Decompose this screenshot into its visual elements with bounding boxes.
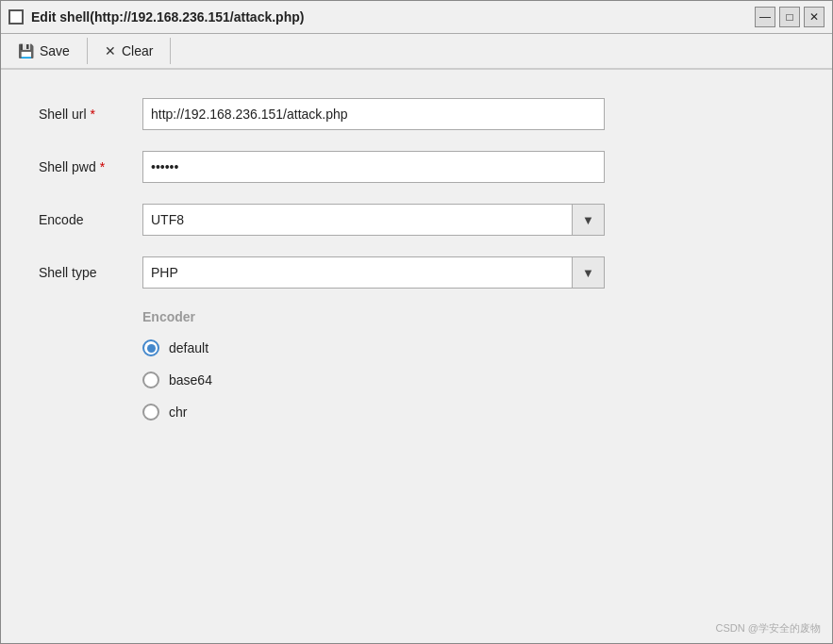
window-title: Edit shell(http://192.168.236.151/attack… (31, 9, 304, 25)
radio-default-label: default (169, 340, 208, 355)
shell-pwd-label: Shell pwd* (39, 159, 142, 174)
shell-type-select-wrapper: PHP ASP ASPX JSP ▼ (142, 256, 605, 289)
clear-label: Clear (122, 43, 153, 58)
radio-row-default: default (142, 339, 794, 356)
shell-type-row: Shell type PHP ASP ASPX JSP ▼ (39, 256, 794, 289)
restore-button[interactable]: □ (779, 7, 800, 27)
radio-row-chr: chr (142, 404, 794, 421)
shell-type-label: Shell type (39, 265, 142, 280)
encode-select[interactable]: UTF8 GBK Latin-1 (143, 205, 604, 235)
radio-row-base64: base64 (142, 372, 794, 388)
watermark: CSDN @学安全的废物 (1, 614, 832, 643)
clear-button[interactable]: ✕ Clear (88, 38, 171, 64)
window-icon (8, 9, 24, 25)
title-bar: Edit shell(http://192.168.236.151/attack… (1, 1, 832, 34)
radio-chr[interactable] (142, 404, 159, 421)
title-bar-left: Edit shell(http://192.168.236.151/attack… (8, 9, 304, 25)
radio-default[interactable] (142, 339, 159, 356)
shell-url-row: Shell url* (39, 98, 794, 130)
radio-default-inner (147, 344, 156, 353)
shell-url-input[interactable] (142, 98, 605, 130)
shell-pwd-input[interactable] (142, 151, 605, 183)
radio-chr-label: chr (169, 405, 187, 420)
encode-select-wrapper: UTF8 GBK Latin-1 ▼ (142, 204, 605, 236)
form-content: Shell url* Shell pwd* Encode UTF8 GBK La… (1, 70, 832, 614)
main-window: Edit shell(http://192.168.236.151/attack… (0, 0, 833, 644)
radio-base64[interactable] (142, 372, 159, 388)
encoder-section-label: Encoder (142, 309, 794, 324)
encode-label: Encode (39, 212, 142, 227)
save-label: Save (40, 43, 70, 58)
shell-pwd-row: Shell pwd* (39, 151, 794, 183)
shell-url-label: Shell url* (39, 107, 142, 122)
radio-base64-label: base64 (169, 372, 212, 388)
encode-row: Encode UTF8 GBK Latin-1 ▼ (39, 204, 794, 236)
close-button[interactable]: ✕ (804, 7, 825, 27)
clear-icon: ✕ (105, 43, 116, 58)
encoder-section: Encoder default base64 chr (142, 309, 794, 421)
shell-type-select[interactable]: PHP ASP ASPX JSP (143, 257, 604, 288)
toolbar: 💾 Save ✕ Clear (1, 34, 832, 70)
window-controls: — □ ✕ (755, 7, 825, 27)
minimize-button[interactable]: — (755, 7, 775, 27)
save-button[interactable]: 💾 Save (1, 38, 88, 64)
save-icon: 💾 (18, 43, 34, 58)
